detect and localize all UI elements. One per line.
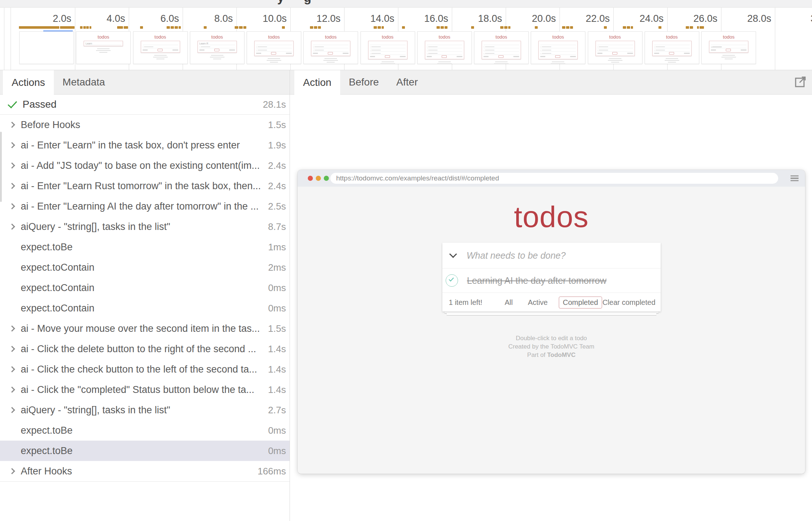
todo-toggle-checkmark-icon[interactable] [446,274,458,287]
action-marker [697,26,699,29]
chevron-right-icon[interactable] [9,224,15,230]
action-row[interactable]: aiQuery - "string[], tasks in the list"8… [0,216,290,237]
trace-viewer: yg 2.0s4.0s6.0s8.0s10.0s12.0s14.0s16.0s1… [0,0,812,521]
browser-chrome: https://todomvc.com/examples/react/dist/… [298,170,805,187]
action-marker [700,26,704,29]
action-list: Before Hooks1.5sai - Enter "Learn" in th… [0,115,290,482]
open-snapshot-external-icon[interactable] [795,75,807,88]
tab-after[interactable]: After [387,70,426,94]
action-duration: 1.9s [268,140,290,151]
action-row[interactable]: ai - Click the check button to the left … [0,359,290,379]
action-label: ai - Click the check button to the left … [21,364,264,375]
chevron-right-icon[interactable] [9,163,15,169]
actions-panel: Actions Metadata Passed 28.1s Before Hoo… [0,70,290,521]
action-label: expect.toContain [21,282,264,294]
traffic-minimize-icon[interactable] [316,176,321,181]
new-todo-row[interactable]: What needs to be done? [442,243,661,269]
filmstrip-thumbnail[interactable]: todosLearn R▫ ━━━━━━ [190,31,244,64]
filmstrip-thumbnail[interactable]: todos▫ ━━━━━━▫ ━━━━━━ [303,31,358,64]
action-duration: 8.7s [268,221,290,232]
chevron-right-icon[interactable] [9,203,15,210]
timeline[interactable]: 2.0s4.0s6.0s8.0s10.0s12.0s14.0s16.0s18.0… [0,8,812,70]
action-marker [124,26,128,29]
filter-active[interactable]: Active [524,297,552,309]
action-row[interactable]: expect.toContain0ms [0,298,290,318]
todo-item[interactable]: Learning AI the day after tomorrow [442,269,661,293]
tab-metadata[interactable]: Metadata [54,70,114,94]
action-row[interactable]: expect.toBe0ms [0,441,290,461]
filmstrip-thumbnail[interactable] [19,31,74,64]
action-label: expect.toBe [21,425,264,436]
action-row[interactable]: ai - Enter "Learning AI the day after to… [0,196,290,216]
action-marker [314,26,317,29]
filmstrip-thumbnail[interactable]: todos▫ ━━━━━━ [701,31,756,64]
filmstrip-thumbnail[interactable]: todos▫ ━━━━━━▫ ━━━━━━▫ ━━━━━━ [417,31,472,64]
action-duration: 2.4s [268,180,290,192]
action-marker [318,26,321,29]
action-marker [382,26,384,29]
chevron-spacer [9,244,15,250]
action-row[interactable]: expect.toContain2ms [0,257,290,278]
filmstrip-thumbnail[interactable]: todos▫ ━━━━━━ [133,31,188,64]
action-row[interactable]: After Hooks166ms [0,461,290,481]
filmstrip-thumbnail[interactable]: todosLearn [76,31,131,64]
timeline-tick-label: 14.0s [370,13,394,24]
action-duration: 1.5s [268,119,290,131]
action-row[interactable]: Before Hooks1.5s [0,115,290,135]
hamburger-menu-icon[interactable] [791,175,799,181]
tab-action[interactable]: Action [294,70,340,95]
chevron-right-icon[interactable] [9,366,15,373]
action-row[interactable]: ai - Click the delete button to the righ… [0,339,290,359]
tab-actions[interactable]: Actions [3,70,54,95]
action-marker [243,26,246,29]
action-row[interactable]: expect.toBe1ms [0,237,290,257]
chevron-right-icon[interactable] [9,346,15,352]
filmstrip-thumbnail[interactable]: todos▫ ━━━━━━▫ ━━━━━━▫ ━━━━━━ [474,31,529,64]
scrollbar-thumb[interactable] [0,132,2,202]
todo-item-label: Learning AI the day after tomorrow [467,275,607,286]
action-row[interactable]: ai - Move your mouse over the second ite… [0,318,290,339]
filter-completed[interactable]: Completed [559,297,602,309]
action-label: aiQuery - "string[], tasks in the list" [21,405,264,416]
filmstrip-thumbnail[interactable]: todos▫ ━━━━━━▫ ━━━━━━▫ ━━━━━━ [531,31,585,64]
chevron-right-icon[interactable] [9,326,15,332]
traffic-close-icon[interactable] [308,176,313,181]
action-row[interactable]: ai - Add "JS today" to base on the exist… [0,155,290,176]
action-marker [60,26,75,29]
action-row[interactable]: ai - Enter "Learn Rust tomorrow" in the … [0,176,290,196]
chevron-right-icon[interactable] [9,122,15,128]
browser-snapshot-window: https://todomvc.com/examples/react/dist/… [298,170,805,474]
filmstrip-thumbnail[interactable]: todos▫ ━━━━━━▫ ━━━━━━ [247,31,301,64]
action-row[interactable]: ai - Click the "completed" Status button… [0,379,290,400]
filmstrip-thumbnail[interactable]: todos▫ ━━━━━━▫ ━━━━━━ [588,31,642,64]
chevron-right-icon[interactable] [9,468,15,474]
filmstrip-thumbnail[interactable]: todos▫ ━━━━━━▫ ━━━━━━ [645,31,699,64]
action-marker [500,26,503,29]
action-row[interactable]: ai - Enter "Learn" in the task box, don'… [0,135,290,155]
timeline-gridline [4,8,4,70]
filter-all[interactable]: All [501,297,517,309]
action-row[interactable]: expect.toContain0ms [0,278,290,298]
action-row[interactable]: aiQuery - "string[], tasks in the list"2… [0,400,290,420]
chevron-spacer [9,285,15,291]
action-duration: 1.4s [268,343,290,355]
action-duration: 1ms [268,242,290,253]
action-marker [658,26,661,29]
filmstrip-thumbnail[interactable]: todos▫ ━━━━━━▫ ━━━━━━▫ ━━━━━━ [361,31,415,64]
chevron-right-icon[interactable] [9,387,15,393]
action-marker [175,26,178,29]
action-duration: 2.7s [268,405,290,416]
action-label: Before Hooks [21,119,264,131]
passed-check-icon [8,99,17,108]
action-row[interactable]: expect.toBe0ms [0,420,290,441]
toggle-all-chevron-icon[interactable] [449,250,457,258]
chevron-right-icon[interactable] [9,407,15,413]
address-bar[interactable]: https://todomvc.com/examples/react/dist/… [330,173,778,184]
chevron-right-icon[interactable] [9,183,15,189]
clear-completed-button[interactable]: Clear completed [602,298,656,307]
window-title-strip: yg [0,0,812,8]
tab-before[interactable]: Before [340,70,388,94]
traffic-zoom-icon[interactable] [324,176,329,181]
chevron-right-icon[interactable] [9,142,15,148]
action-label: ai - Enter "Learn" in the task box, don'… [21,140,264,151]
